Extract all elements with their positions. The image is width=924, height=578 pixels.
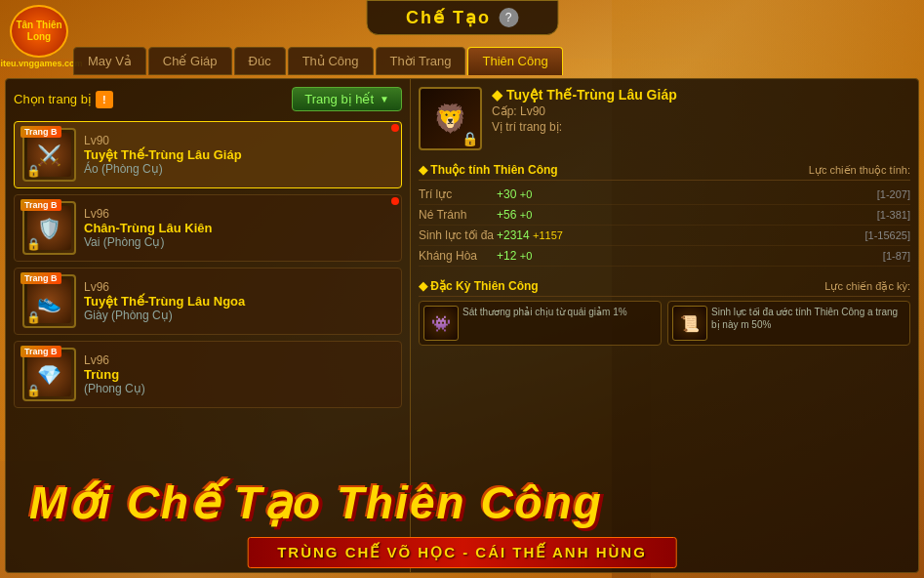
item-info: Lv96 Chân-Trùng Lâu Kiên Vai (Phòng Cụ) (84, 207, 393, 249)
skill-icon: 👾 (423, 306, 459, 341)
thuoc-tinh-header: Thuộc tính Thiên Công Lực chiến thuộc tí… (419, 160, 910, 181)
lock-icon: 🔒 (26, 310, 41, 324)
detail-header: 🦁 🔒 Tuyệt Thế-Trùng Lâu Giáp Cấp: Lv90 V… (419, 87, 910, 150)
lock-icon: 🔒 (26, 384, 41, 397)
warning-icon[interactable]: ! (96, 91, 113, 108)
item-type: Giày (Phòng Cụ) (84, 309, 393, 322)
tab-thoi-trang[interactable]: Thời Trang (376, 47, 466, 75)
item-type: Vai (Phòng Cụ) (84, 235, 393, 249)
stat-name: Sinh lực tối đa (419, 228, 497, 242)
item-level: Lv90 (84, 134, 393, 147)
tab-may-va[interactable]: May Vả (73, 47, 146, 75)
choose-row: Chọn trang bị ! Trang bị hết ▼ (14, 87, 402, 111)
item-name: Trùng (84, 367, 393, 382)
stat-base: +30 (497, 187, 516, 201)
stat-row: Né Tránh +56 +0 [1-381] (419, 205, 910, 226)
stat-range: [1-381] (842, 209, 910, 221)
stat-row: Kháng Hòa +12 +0 [1-87] (419, 246, 910, 267)
item-badge: Trang B (20, 199, 61, 211)
game-logo: Tân Thiên Long siteu.vnggames.com (5, 5, 73, 68)
stat-range: [1-207] (842, 188, 910, 200)
tab-duc[interactable]: Đúc (234, 47, 286, 75)
item-info: Lv90 Tuyệt Thế-Trùng Lâu Giáp Áo (Phòng … (84, 134, 393, 176)
lock-icon: 🔒 (26, 237, 41, 251)
stat-base: +2314 (497, 228, 530, 242)
logo-text: Tân Thiên Long (12, 20, 66, 43)
tab-thu-cong[interactable]: Thủ Công (288, 47, 374, 75)
skill-icon: 📜 (672, 306, 707, 341)
skill-text: Sinh lực tối đa ước tính Thiên Công a tr… (711, 306, 905, 331)
detail-lock-icon: 🔒 (462, 131, 478, 146)
red-dot (391, 197, 399, 205)
stat-row: Sinh lực tối đa +2314 +1157 [1-15625] (419, 226, 910, 246)
stat-value: +12 +0 (497, 249, 842, 263)
detail-name: Tuyệt Thế-Trùng Lâu Giáp (492, 87, 910, 103)
item-icon: Trang B 🛡️ 🔒 (22, 201, 76, 255)
list-item[interactable]: Trang B 🛡️ 🔒 Lv96 Chân-Trùng Lâu Kiên Va… (14, 194, 402, 262)
choose-label-text: Chọn trang bị (14, 92, 92, 106)
item-badge: Trang B (20, 346, 61, 357)
stat-name: Né Tránh (419, 208, 497, 222)
stat-bonus: +0 (520, 250, 533, 262)
detail-icon: 🦁 🔒 (419, 87, 482, 150)
item-name: Tuyệt Thế-Trùng Lâu Ngoa (84, 294, 393, 309)
item-badge: Trang B (20, 272, 61, 284)
detail-level: Cấp: Lv90 (492, 104, 910, 118)
help-button[interactable]: ? (499, 8, 518, 27)
stat-row: Trí lực +30 +0 [1-207] (419, 185, 910, 205)
item-info: Lv96 Trùng (Phong Cụ) (84, 353, 393, 395)
list-item[interactable]: Trang B 💎 🔒 Lv96 Trùng (Phong Cụ) (14, 341, 402, 408)
item-info: Lv96 Tuyệt Thế-Trùng Lâu Ngoa Giày (Phòn… (84, 280, 393, 322)
thuoc-tinh-title: Thuộc tính Thiên Công (419, 163, 558, 177)
dac-ky-header: Đặc Kỳ Thiên Công Lực chiến đặc kỳ: (419, 276, 910, 297)
item-name: Tuyệt Thế-Trùng Lâu Giáp (84, 147, 393, 162)
skill-text: Sát thương phải chịu từ quái giảm 1% (462, 306, 657, 318)
stat-base: +12 (497, 249, 516, 263)
content-area: Chọn trang bị ! Trang bị hết ▼ Trang B ⚔… (5, 78, 919, 573)
item-icon: Trang B 👟 🔒 (22, 274, 76, 328)
dac-ky-section: Đặc Kỳ Thiên Công Lực chiến đặc kỳ: 👾 Sá… (419, 276, 910, 346)
chevron-down-icon: ▼ (380, 94, 389, 104)
list-item[interactable]: Trang B ⚔️ 🔒 Lv90 Tuyệt Thế-Trùng Lâu Gi… (14, 121, 402, 188)
dac-ky-subtitle: Lực chiến đặc kỳ: (824, 280, 910, 293)
item-badge: Trang B (20, 126, 61, 138)
item-name: Chân-Trùng Lâu Kiên (84, 221, 393, 235)
item-type: Áo (Phòng Cụ) (84, 162, 393, 176)
stat-value: +30 +0 (497, 187, 842, 201)
item-level: Lv96 (84, 280, 393, 294)
choose-label: Chọn trang bị ! (14, 91, 113, 108)
stat-name: Kháng Hòa (419, 249, 497, 263)
dropdown-label: Trang bị hết (304, 92, 374, 106)
skill-card: 📜 Sinh lực tối đa ước tính Thiên Công a … (667, 301, 910, 346)
item-type: (Phong Cụ) (84, 382, 393, 395)
stat-value: +56 +0 (497, 208, 842, 222)
dropdown-button[interactable]: Trang bị hết ▼ (292, 87, 402, 111)
stat-base: +56 (497, 208, 516, 222)
stat-bonus: +0 (520, 209, 533, 221)
page-title: Chế Tạo (406, 7, 491, 28)
tabs-row: May Vả Chế Giáp Đúc Thủ Công Thời Trang … (73, 47, 914, 75)
logo-sub: siteu.vnggames.com (0, 59, 83, 68)
lock-icon: 🔒 (26, 164, 41, 178)
item-level: Lv96 (84, 353, 393, 367)
skill-card: 👾 Sát thương phải chịu từ quái giảm 1% (419, 301, 662, 346)
thuoc-tinh-subtitle: Lực chiến thuộc tính: (809, 164, 910, 177)
tab-che-giap[interactable]: Chế Giáp (148, 47, 232, 75)
item-icon: Trang B 💎 🔒 (22, 348, 76, 401)
detail-position: Vị trí trang bị: (492, 120, 910, 134)
dac-ky-title: Đặc Kỳ Thiên Công (419, 279, 539, 293)
list-item[interactable]: Trang B 👟 🔒 Lv96 Tuyệt Thế-Trùng Lâu Ngo… (14, 268, 402, 335)
detail-info: Tuyệt Thế-Trùng Lâu Giáp Cấp: Lv90 Vị tr… (492, 87, 910, 134)
main-panel: Tân Thiên Long siteu.vnggames.com Chế Tạ… (0, 0, 924, 578)
stat-value: +2314 +1157 (497, 228, 842, 242)
stat-bonus: +1157 (533, 229, 563, 241)
logo-circle: Tân Thiên Long (10, 5, 68, 58)
stat-range: [1-15625] (842, 229, 910, 241)
tab-thien-cong[interactable]: Thiên Công (467, 47, 562, 75)
item-level: Lv96 (84, 207, 393, 221)
item-icon: Trang B ⚔️ 🔒 (22, 128, 76, 182)
stats-table: Trí lực +30 +0 [1-207] Né Tránh +56 +0 [… (419, 185, 910, 267)
stat-bonus: +0 (520, 188, 533, 200)
stat-name: Trí lực (419, 187, 497, 201)
left-panel: Chọn trang bị ! Trang bị hết ▼ Trang B ⚔… (6, 79, 411, 572)
